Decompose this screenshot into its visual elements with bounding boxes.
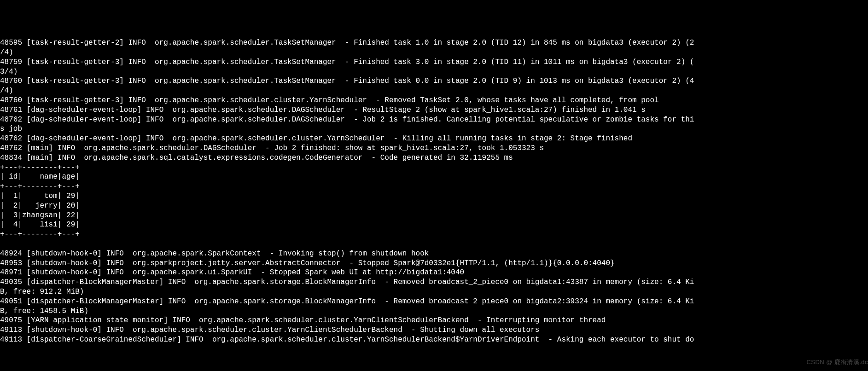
log-line: 48924 [shutdown-hook-0] INFO org.apache.… — [0, 249, 429, 258]
table-border: +---+--------+---+ — [0, 230, 80, 238]
log-line: 48760 [task-result-getter-3] INFO org.ap… — [0, 96, 659, 104]
log-line: 48971 [shutdown-hook-0] INFO org.apache.… — [0, 268, 464, 277]
table-row: | 4| lisi| 29| — [0, 220, 80, 229]
log-line: 49075 [YARN application state monitor] I… — [0, 316, 606, 325]
log-line: B, free: 912.2 MiB) — [0, 288, 84, 296]
table-border: +---+--------+---+ — [0, 182, 80, 191]
log-line: /4) — [0, 87, 13, 95]
log-line: 48762 [dag-scheduler-event-loop] INFO or… — [0, 134, 632, 143]
log-line: 49035 [dispatcher-BlockManagerMaster] IN… — [0, 278, 694, 286]
table-row: | 2| jerry| 20| — [0, 202, 80, 210]
log-line: 49051 [dispatcher-BlockManagerMaster] IN… — [0, 297, 694, 306]
table-row: | 3|zhangsan| 22| — [0, 211, 80, 220]
log-line: 48759 [task-result-getter-3] INFO org.ap… — [0, 58, 694, 66]
log-line: 48762 [dag-scheduler-event-loop] INFO or… — [0, 116, 694, 124]
log-line: 48762 [main] INFO org.apache.spark.sched… — [0, 144, 544, 152]
log-line: 48595 [task-result-getter-2] INFO org.ap… — [0, 39, 694, 47]
log-line: 49113 [dispatcher-CoarseGrainedScheduler… — [0, 336, 694, 344]
log-line: /4) — [0, 48, 13, 57]
log-line: 48760 [task-result-getter-3] INFO org.ap… — [0, 77, 694, 85]
table-border: +---+--------+---+ — [0, 163, 80, 172]
terminal-output: 48595 [task-result-getter-2] INFO org.ap… — [0, 38, 868, 345]
log-line: 48761 [dag-scheduler-event-loop] INFO or… — [0, 106, 646, 114]
log-line: 3/4) — [0, 68, 17, 76]
log-line: s job — [0, 125, 22, 133]
watermark-text: CSDN @ 鹿衔清溪.dc — [806, 358, 868, 367]
table-row: | 1| tom| 29| — [0, 192, 80, 200]
table-header: | id| name|age| — [0, 173, 80, 181]
log-line: 48834 [main] INFO org.apache.spark.sql.c… — [0, 154, 513, 162]
log-line: B, free: 1458.5 MiB) — [0, 307, 88, 315]
log-line: 48953 [shutdown-hook-0] INFO org.sparkpr… — [0, 259, 615, 267]
log-line: 49113 [shutdown-hook-0] INFO org.apache.… — [0, 326, 539, 334]
